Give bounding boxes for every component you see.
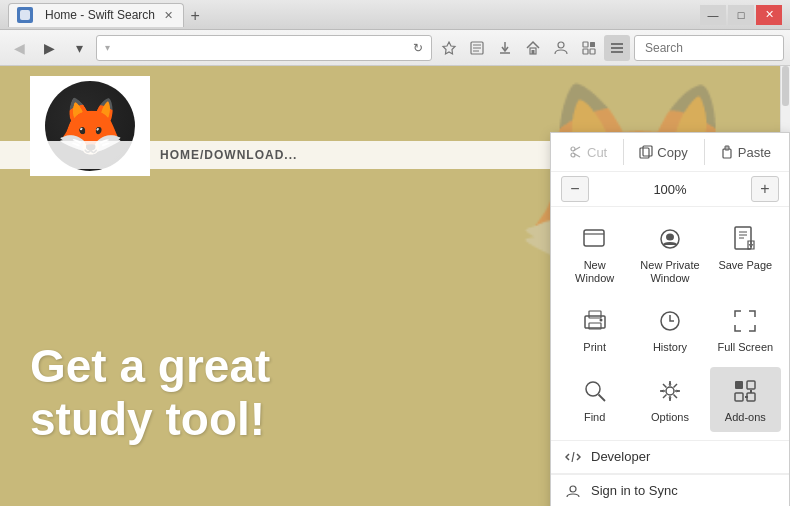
svg-rect-12 <box>590 42 595 47</box>
full-screen-label: Full Screen <box>718 341 774 354</box>
svg-rect-0 <box>20 10 30 20</box>
print-label: Print <box>583 341 606 354</box>
add-ons-item[interactable]: Add-ons <box>710 367 781 432</box>
developer-icon <box>565 449 581 465</box>
cut-button[interactable]: Cut <box>561 141 615 164</box>
clip-row: Cut Copy Paste <box>551 133 789 172</box>
active-tab[interactable]: Home - Swift Search ✕ <box>8 3 184 27</box>
forward-button[interactable]: ▶ <box>36 35 62 61</box>
scrollbar-thumb[interactable] <box>782 66 789 106</box>
svg-line-50 <box>663 384 667 388</box>
paste-icon <box>720 145 734 159</box>
search-input[interactable] <box>645 41 790 55</box>
account-icon[interactable] <box>548 35 574 61</box>
history-label: History <box>653 341 687 354</box>
copy-label: Copy <box>657 145 687 160</box>
print-icon <box>579 305 611 337</box>
svg-point-43 <box>586 382 600 396</box>
back-button[interactable]: ◀ <box>6 35 32 61</box>
full-screen-icon <box>729 305 761 337</box>
new-private-window-item[interactable]: New Private Window <box>634 215 705 293</box>
paste-button[interactable]: Paste <box>712 141 779 164</box>
svg-point-62 <box>570 486 576 492</box>
new-window-item[interactable]: New Window <box>559 215 630 293</box>
options-icon <box>654 375 686 407</box>
copy-icon <box>639 145 653 159</box>
new-window-label: New Window <box>563 259 626 285</box>
svg-point-41 <box>599 319 602 322</box>
svg-line-61 <box>572 452 574 462</box>
new-tab-button[interactable]: + <box>184 5 206 27</box>
bookmark-list-icon[interactable] <box>464 35 490 61</box>
home-icon[interactable] <box>520 35 546 61</box>
menu-grid: New Window New Private Window Save Page <box>551 207 789 441</box>
url-bar[interactable]: ▾ ↻ <box>96 35 432 61</box>
svg-rect-29 <box>584 230 604 246</box>
find-icon <box>579 375 611 407</box>
zoom-value: 100% <box>593 182 747 197</box>
add-ons-icon <box>729 375 761 407</box>
hero-line-2: study tool! <box>30 393 270 446</box>
history-item[interactable]: History <box>634 297 705 362</box>
cut-icon <box>569 145 583 159</box>
svg-line-53 <box>663 394 667 398</box>
zoom-minus-button[interactable]: − <box>561 176 589 202</box>
extension-icon[interactable] <box>576 35 602 61</box>
zoom-row: − 100% + <box>551 172 789 207</box>
refresh-button[interactable]: ↻ <box>413 41 423 55</box>
find-label: Find <box>584 411 605 424</box>
hero-line-1: Get a great <box>30 340 270 393</box>
options-item[interactable]: Options <box>634 367 705 432</box>
tab-area: Home - Swift Search ✕ + <box>8 3 700 27</box>
dropdown-menu: Cut Copy Paste − 100% + <box>550 132 790 506</box>
tab-title: Home - Swift Search <box>45 8 155 22</box>
copy-button[interactable]: Copy <box>631 141 695 164</box>
svg-rect-13 <box>583 49 588 54</box>
save-page-label: Save Page <box>718 259 772 272</box>
cut-label: Cut <box>587 145 607 160</box>
history-icon <box>654 305 686 337</box>
nav-links: HOME/DOWNLOAD... <box>160 148 297 162</box>
bookmark-star-icon[interactable] <box>436 35 462 61</box>
main-content: 🦊 🦊 HOME/DOWNLOAD... Get a great study t… <box>0 66 790 506</box>
tab-close-button[interactable]: ✕ <box>161 8 175 22</box>
close-button[interactable]: ✕ <box>756 5 782 25</box>
full-screen-item[interactable]: Full Screen <box>710 297 781 362</box>
nav-bar: ◀ ▶ ▾ ▾ ↻ <box>0 30 790 66</box>
svg-rect-54 <box>735 381 743 389</box>
save-page-item[interactable]: Save Page <box>710 215 781 293</box>
download-icon[interactable] <box>492 35 518 61</box>
svg-rect-55 <box>747 381 755 389</box>
svg-rect-11 <box>583 42 588 47</box>
add-ons-label: Add-ons <box>725 411 766 424</box>
svg-rect-14 <box>590 49 595 54</box>
developer-item[interactable]: Developer <box>551 441 789 474</box>
svg-point-10 <box>558 42 564 48</box>
paste-label: Paste <box>738 145 771 160</box>
search-bar[interactable] <box>634 35 784 61</box>
sign-in-label: Sign in to Sync <box>591 483 678 498</box>
save-page-icon <box>729 223 761 255</box>
zoom-plus-button[interactable]: + <box>751 176 779 202</box>
svg-point-32 <box>666 234 674 241</box>
sign-in-icon <box>565 483 581 499</box>
new-private-window-label: New Private Window <box>638 259 701 285</box>
print-item[interactable]: Print <box>559 297 630 362</box>
hamburger-menu-button[interactable] <box>604 35 630 61</box>
hero-logo: 🦊 <box>30 76 150 196</box>
sign-in-item[interactable]: Sign in to Sync <box>551 474 789 506</box>
maximize-button[interactable]: □ <box>728 5 754 25</box>
svg-rect-56 <box>735 393 743 401</box>
find-item[interactable]: Find <box>559 367 630 432</box>
tab-favicon <box>17 7 33 23</box>
new-private-window-icon <box>654 223 686 255</box>
new-window-icon <box>579 223 611 255</box>
title-bar: Home - Swift Search ✕ + — □ ✕ <box>0 0 790 30</box>
window-controls: — □ ✕ <box>700 5 782 25</box>
svg-line-51 <box>673 394 677 398</box>
history-dropdown-button[interactable]: ▾ <box>66 35 92 61</box>
svg-rect-57 <box>747 393 755 401</box>
hero-text: Get a great study tool! <box>30 340 270 446</box>
svg-marker-1 <box>443 42 455 54</box>
minimize-button[interactable]: — <box>700 5 726 25</box>
